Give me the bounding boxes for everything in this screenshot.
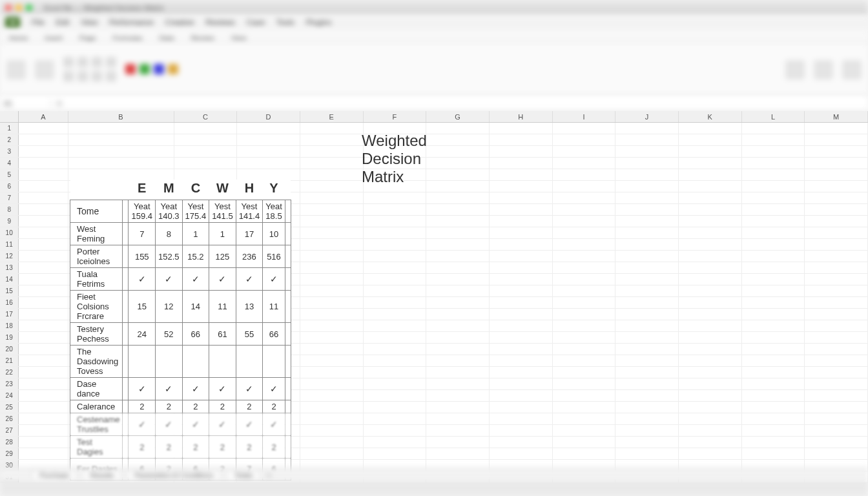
data-cell[interactable]: 236 <box>236 245 263 268</box>
cell[interactable] <box>679 344 742 355</box>
cell[interactable] <box>742 378 805 389</box>
cell[interactable] <box>300 204 364 215</box>
cell[interactable] <box>300 309 364 320</box>
col-header[interactable]: F <box>364 111 427 122</box>
row-header[interactable]: 15 <box>0 285 19 296</box>
cell[interactable] <box>19 344 68 355</box>
cell[interactable] <box>364 262 427 273</box>
cell[interactable] <box>123 245 129 268</box>
cell[interactable] <box>19 448 68 459</box>
header-cell[interactable]: Yest175.4 <box>182 200 209 223</box>
color-swatch-icon[interactable] <box>140 64 150 74</box>
data-cell[interactable] <box>236 346 263 378</box>
cell[interactable] <box>426 355 490 366</box>
cell[interactable] <box>237 123 300 134</box>
cell[interactable] <box>553 390 616 401</box>
cell[interactable] <box>679 181 742 192</box>
cell[interactable] <box>285 223 291 245</box>
cell[interactable] <box>553 355 616 366</box>
row-header[interactable]: 1 <box>0 123 19 134</box>
ribbon-tab[interactable]: Review <box>187 33 218 43</box>
cell[interactable] <box>19 390 68 401</box>
sheet-tab[interactable]: Parameters & Conditions <box>127 470 220 480</box>
check-icon[interactable]: ✓ <box>156 268 183 291</box>
data-cell[interactable] <box>209 346 236 378</box>
spreadsheet-grid[interactable]: A B C D E F G H I J K L M 12345678910111… <box>0 111 868 483</box>
data-cell[interactable]: 17 <box>236 223 263 245</box>
cell[interactable] <box>300 320 364 331</box>
cell[interactable] <box>426 320 490 331</box>
filter-icon[interactable] <box>814 60 833 79</box>
cell[interactable] <box>615 320 679 331</box>
cell[interactable] <box>426 309 490 320</box>
data-cell[interactable]: 2 <box>156 400 183 413</box>
cell[interactable] <box>426 262 490 273</box>
cell[interactable] <box>426 448 490 459</box>
data-cell[interactable]: 14 <box>182 291 209 323</box>
cell[interactable] <box>742 425 805 436</box>
cell[interactable] <box>615 134 679 145</box>
check-icon[interactable]: ✓ <box>209 413 236 436</box>
cell[interactable] <box>679 437 742 448</box>
menu-item[interactable]: File <box>32 18 44 27</box>
cell[interactable] <box>19 227 68 238</box>
cell[interactable] <box>615 332 679 343</box>
cell[interactable] <box>426 285 490 296</box>
ribbon-tab[interactable]: Data <box>155 33 178 43</box>
check-icon[interactable]: ✓ <box>236 268 263 291</box>
col-header[interactable]: A <box>19 111 68 122</box>
cell[interactable] <box>805 448 868 459</box>
check-icon[interactable]: ✓ <box>209 268 236 291</box>
row-label[interactable]: Porter Iceiolnes <box>70 245 123 268</box>
data-cell[interactable]: 11 <box>263 291 285 323</box>
cell[interactable] <box>300 413 364 424</box>
cell[interactable] <box>285 346 291 378</box>
cell[interactable] <box>553 367 616 378</box>
cell[interactable] <box>615 390 679 401</box>
cell[interactable] <box>679 355 742 366</box>
cell[interactable] <box>19 239 68 250</box>
add-sheet-icon[interactable]: + <box>266 470 271 480</box>
check-icon[interactable]: ✓ <box>236 378 263 400</box>
cell[interactable] <box>742 402 805 413</box>
cell[interactable] <box>805 367 868 378</box>
cell[interactable] <box>364 309 427 320</box>
cell[interactable] <box>553 262 616 273</box>
cell[interactable] <box>300 134 364 145</box>
cell[interactable] <box>679 169 742 180</box>
cell[interactable] <box>364 390 427 401</box>
col-header[interactable]: M <box>805 111 868 122</box>
cell[interactable] <box>742 262 805 273</box>
cell[interactable] <box>19 309 68 320</box>
cell[interactable] <box>123 346 129 378</box>
data-cell[interactable]: 2 <box>129 400 156 413</box>
cell[interactable] <box>490 262 553 273</box>
cell[interactable] <box>490 378 553 389</box>
cell[interactable] <box>742 192 805 203</box>
header-cell[interactable]: Yeat18.5 <box>263 200 285 223</box>
cell[interactable] <box>742 158 805 169</box>
cell[interactable] <box>742 285 805 296</box>
check-icon[interactable]: ✓ <box>236 413 263 436</box>
cell[interactable] <box>300 181 364 192</box>
sheet-tab[interactable]: Purchase <box>32 470 76 480</box>
data-cell[interactable]: 1 <box>182 223 209 245</box>
row-label[interactable]: Test Dagies <box>70 436 123 459</box>
cell[interactable] <box>805 204 868 215</box>
data-cell[interactable]: 2 <box>236 436 263 459</box>
cell[interactable] <box>805 355 868 366</box>
cell[interactable] <box>426 425 490 436</box>
row-header[interactable]: 24 <box>0 390 19 401</box>
cell[interactable] <box>679 274 742 285</box>
color-swatch-icon[interactable] <box>154 64 164 74</box>
ribbon-tab[interactable]: Formulas <box>109 33 147 43</box>
cell[interactable] <box>300 216 364 227</box>
cell[interactable] <box>553 204 616 215</box>
menu-item[interactable]: Plugins <box>306 18 331 27</box>
cell[interactable] <box>426 192 490 203</box>
cell[interactable] <box>742 344 805 355</box>
check-icon[interactable]: ✓ <box>209 378 236 400</box>
cell[interactable] <box>300 367 364 378</box>
cell[interactable] <box>285 400 291 413</box>
cell[interactable] <box>123 223 129 245</box>
